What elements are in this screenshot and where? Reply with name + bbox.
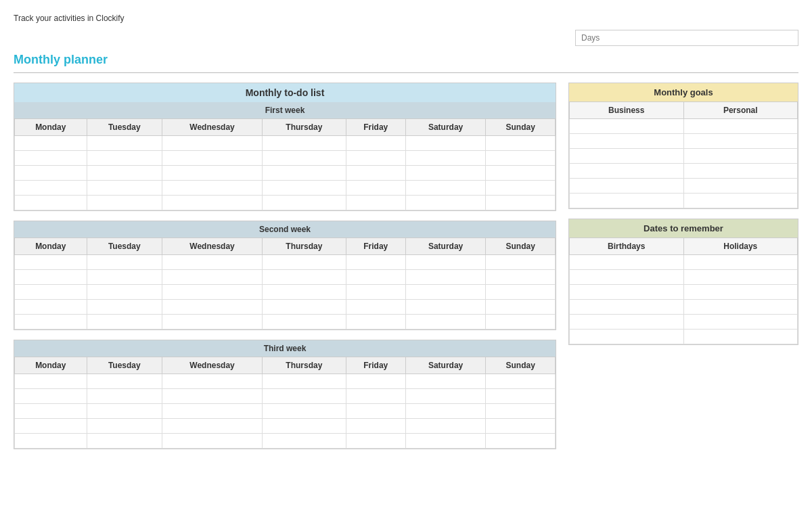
- table-cell[interactable]: [405, 434, 485, 449]
- table-cell[interactable]: [263, 151, 346, 166]
- table-cell[interactable]: [87, 300, 162, 315]
- table-cell[interactable]: [486, 389, 556, 404]
- table-cell[interactable]: [87, 196, 162, 210]
- table-cell[interactable]: [263, 315, 346, 330]
- table-cell[interactable]: [87, 404, 162, 419]
- table-cell[interactable]: [346, 270, 405, 285]
- table-cell[interactable]: [570, 194, 684, 208]
- table-cell[interactable]: [570, 285, 684, 300]
- table-cell[interactable]: [486, 434, 556, 449]
- table-cell[interactable]: [263, 285, 346, 300]
- table-cell[interactable]: [263, 270, 346, 285]
- table-cell[interactable]: [162, 434, 263, 449]
- table-cell[interactable]: [405, 315, 485, 330]
- table-cell[interactable]: [486, 404, 556, 419]
- table-cell[interactable]: [263, 136, 346, 151]
- table-cell[interactable]: [162, 419, 263, 434]
- table-cell[interactable]: [263, 300, 346, 315]
- table-cell[interactable]: [162, 315, 263, 330]
- table-cell[interactable]: [15, 419, 87, 434]
- table-cell[interactable]: [87, 166, 162, 181]
- table-cell[interactable]: [570, 270, 684, 285]
- table-cell[interactable]: [405, 300, 485, 315]
- table-cell[interactable]: [162, 136, 263, 151]
- table-cell[interactable]: [87, 255, 162, 270]
- table-cell[interactable]: [486, 151, 556, 166]
- table-cell[interactable]: [683, 285, 798, 300]
- table-cell[interactable]: [486, 285, 556, 300]
- table-cell[interactable]: [162, 270, 263, 285]
- table-cell[interactable]: [405, 255, 485, 270]
- table-cell[interactable]: [346, 434, 405, 449]
- table-cell[interactable]: [405, 419, 485, 434]
- table-cell[interactable]: [570, 315, 684, 330]
- table-cell[interactable]: [486, 166, 556, 181]
- table-cell[interactable]: [570, 330, 684, 344]
- table-cell[interactable]: [263, 419, 346, 434]
- table-cell[interactable]: [15, 270, 87, 285]
- table-cell[interactable]: [15, 389, 87, 404]
- table-cell[interactable]: [162, 181, 263, 196]
- table-cell[interactable]: [486, 374, 556, 389]
- table-cell[interactable]: [263, 389, 346, 404]
- table-cell[interactable]: [346, 419, 405, 434]
- table-cell[interactable]: [683, 315, 798, 330]
- table-cell[interactable]: [87, 181, 162, 196]
- table-cell[interactable]: [263, 255, 346, 270]
- table-cell[interactable]: [162, 374, 263, 389]
- table-cell[interactable]: [683, 119, 798, 134]
- table-cell[interactable]: [683, 179, 798, 194]
- table-cell[interactable]: [87, 136, 162, 151]
- table-cell[interactable]: [162, 404, 263, 419]
- table-cell[interactable]: [405, 166, 485, 181]
- table-cell[interactable]: [346, 285, 405, 300]
- table-cell[interactable]: [162, 255, 263, 270]
- table-cell[interactable]: [263, 434, 346, 449]
- table-cell[interactable]: [683, 255, 798, 270]
- table-cell[interactable]: [486, 419, 556, 434]
- table-cell[interactable]: [683, 134, 798, 149]
- table-cell[interactable]: [346, 181, 405, 196]
- table-cell[interactable]: [486, 136, 556, 151]
- table-cell[interactable]: [486, 196, 556, 210]
- table-cell[interactable]: [683, 300, 798, 315]
- table-cell[interactable]: [405, 404, 485, 419]
- table-cell[interactable]: [15, 166, 87, 181]
- table-cell[interactable]: [162, 300, 263, 315]
- table-cell[interactable]: [405, 136, 485, 151]
- table-cell[interactable]: [162, 285, 263, 300]
- table-cell[interactable]: [486, 315, 556, 330]
- table-cell[interactable]: [405, 196, 485, 210]
- table-cell[interactable]: [405, 181, 485, 196]
- table-cell[interactable]: [263, 374, 346, 389]
- table-cell[interactable]: [683, 194, 798, 208]
- table-cell[interactable]: [87, 389, 162, 404]
- table-cell[interactable]: [162, 166, 263, 181]
- table-cell[interactable]: [15, 255, 87, 270]
- table-cell[interactable]: [570, 179, 684, 194]
- table-cell[interactable]: [405, 270, 485, 285]
- table-cell[interactable]: [346, 166, 405, 181]
- table-cell[interactable]: [486, 270, 556, 285]
- table-cell[interactable]: [15, 196, 87, 210]
- table-cell[interactable]: [87, 151, 162, 166]
- table-cell[interactable]: [405, 151, 485, 166]
- table-cell[interactable]: [87, 315, 162, 330]
- table-cell[interactable]: [346, 404, 405, 419]
- table-cell[interactable]: [683, 164, 798, 179]
- table-cell[interactable]: [346, 300, 405, 315]
- table-cell[interactable]: [263, 181, 346, 196]
- table-cell[interactable]: [570, 255, 684, 270]
- table-cell[interactable]: [570, 119, 684, 134]
- table-cell[interactable]: [263, 166, 346, 181]
- table-cell[interactable]: [405, 374, 485, 389]
- table-cell[interactable]: [683, 330, 798, 344]
- table-cell[interactable]: [683, 149, 798, 164]
- table-cell[interactable]: [15, 404, 87, 419]
- table-cell[interactable]: [15, 151, 87, 166]
- table-cell[interactable]: [405, 389, 485, 404]
- table-cell[interactable]: [162, 196, 263, 210]
- table-cell[interactable]: [87, 374, 162, 389]
- table-cell[interactable]: [346, 196, 405, 210]
- table-cell[interactable]: [405, 285, 485, 300]
